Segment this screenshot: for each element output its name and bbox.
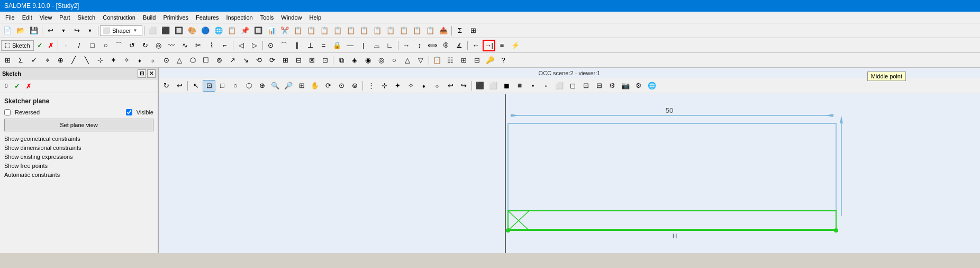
tb-btn-6[interactable]: 🌐 bbox=[212, 25, 225, 37]
menu-help[interactable]: Help bbox=[306, 13, 324, 22]
sk-equal-btn[interactable]: = bbox=[317, 40, 330, 51]
menu-build[interactable]: Build bbox=[140, 13, 159, 22]
vp-reset-btn[interactable]: ⊙ bbox=[335, 80, 348, 92]
set-plane-btn[interactable]: Set plane view bbox=[4, 119, 153, 131]
tr3-b27[interactable]: ◈ bbox=[348, 55, 361, 66]
sk-equal2-btn[interactable]: ≡ bbox=[496, 40, 509, 51]
tr3-b12[interactable]: ⬦ bbox=[147, 55, 159, 66]
sk-circle-btn[interactable]: ○ bbox=[99, 40, 112, 51]
sk-arc2-btn[interactable]: ↺ bbox=[126, 40, 139, 51]
panel-restore-btn[interactable]: ⊡ bbox=[138, 69, 146, 78]
tr3-b34[interactable]: ☷ bbox=[444, 55, 457, 66]
tr3-b25[interactable]: ⊡ bbox=[319, 55, 331, 66]
tb-btn-11[interactable]: ✂️ bbox=[278, 25, 291, 37]
reversed-checkbox[interactable] bbox=[4, 109, 11, 115]
sk-midpoint-btn[interactable]: →| Middle point bbox=[483, 40, 495, 51]
tb-btn-1[interactable]: ⬜ bbox=[146, 25, 159, 37]
tb-btn-8[interactable]: 📌 bbox=[239, 25, 251, 37]
sk-rigid-btn[interactable]: 🔒 bbox=[331, 40, 343, 51]
sk-spline2-btn[interactable]: ∿ bbox=[179, 40, 192, 51]
sk-split-btn[interactable]: ⌇ bbox=[205, 40, 218, 51]
tr3-b9[interactable]: ✦ bbox=[107, 55, 120, 66]
sk-move-btn[interactable]: ↔ bbox=[469, 40, 482, 51]
vp-pan-btn[interactable]: ✋ bbox=[308, 80, 321, 92]
option-dim-constraints[interactable]: Show dimensional constraints bbox=[4, 145, 153, 151]
tr3-b3[interactable]: ✓ bbox=[28, 55, 40, 66]
vp-snap6-btn[interactable]: ⬦ bbox=[431, 80, 443, 92]
sk-perp-btn[interactable]: ⊥ bbox=[304, 40, 317, 51]
vp-measure-btn[interactable]: ⊡ bbox=[579, 80, 592, 92]
vp-shade4-btn[interactable]: ▫ bbox=[540, 80, 552, 92]
tb-btn-10[interactable]: 📊 bbox=[265, 25, 278, 37]
tr3-b2[interactable]: Σ bbox=[14, 55, 27, 66]
sk-angle-btn[interactable]: ∟ bbox=[384, 40, 396, 51]
sk-radius-btn[interactable]: ® bbox=[440, 40, 452, 51]
panel-ok-btn[interactable]: ✓ bbox=[12, 81, 22, 92]
vp-zoomout-btn[interactable]: 🔎 bbox=[282, 80, 295, 92]
tb-btn-21[interactable]: 📋 bbox=[411, 25, 423, 37]
vp-shade2-btn[interactable]: ◾ bbox=[513, 80, 526, 92]
tb-btn-14[interactable]: 📋 bbox=[318, 25, 331, 37]
tr3-b28[interactable]: ◉ bbox=[361, 55, 374, 66]
tr3-b31[interactable]: △ bbox=[401, 55, 414, 66]
redo-arrow[interactable]: ▼ bbox=[84, 25, 96, 37]
sketch-cancel-btn[interactable]: ✗ bbox=[46, 40, 56, 51]
visible-checkbox[interactable] bbox=[126, 109, 132, 115]
vp-clipping-btn[interactable]: ⊟ bbox=[593, 80, 605, 92]
tr3-b38[interactable]: ? bbox=[497, 55, 510, 66]
sk-arc3-btn[interactable]: ↻ bbox=[139, 40, 152, 51]
sk-horiz-btn[interactable]: — bbox=[344, 40, 357, 51]
sk-vert-btn[interactable]: | bbox=[357, 40, 370, 51]
tb-btn-3[interactable]: 🔲 bbox=[173, 25, 185, 37]
tr3-b35[interactable]: ⊞ bbox=[457, 55, 470, 66]
tr3-b15[interactable]: ⬡ bbox=[186, 55, 199, 66]
sk-collinear-btn[interactable]: ⌒ bbox=[278, 40, 291, 51]
tb-btn-20[interactable]: 📋 bbox=[397, 25, 410, 37]
sk-ellipse-btn[interactable]: ◎ bbox=[152, 40, 165, 51]
vp-rect-btn[interactable]: □ bbox=[216, 80, 229, 92]
tb-btn-4[interactable]: 🎨 bbox=[186, 25, 198, 37]
tr3-b26[interactable]: ⧉ bbox=[335, 55, 348, 66]
vp-settings-btn[interactable]: ⚙ bbox=[632, 80, 645, 92]
tb-btn-7[interactable]: 📋 bbox=[225, 25, 238, 37]
sk-coincident-btn[interactable]: ⊙ bbox=[265, 40, 277, 51]
menu-tools[interactable]: Tools bbox=[257, 13, 277, 22]
menu-window[interactable]: Window bbox=[278, 13, 305, 22]
tb-btn-23[interactable]: 📤 bbox=[437, 25, 450, 37]
tr3-b4[interactable]: ⌖ bbox=[41, 55, 53, 66]
tr3-b17[interactable]: ⊚ bbox=[213, 55, 225, 66]
tb-sigma[interactable]: Σ bbox=[453, 25, 466, 37]
tr3-b14[interactable]: △ bbox=[173, 55, 186, 66]
menu-features[interactable]: Features bbox=[193, 13, 222, 22]
tb-btn-15[interactable]: 📋 bbox=[331, 25, 344, 37]
vp-snap-btn[interactable]: ⋮ bbox=[365, 80, 377, 92]
panel-cancel-btn[interactable]: ✗ bbox=[23, 81, 34, 92]
tr3-b36[interactable]: ⊟ bbox=[470, 55, 483, 66]
menu-view[interactable]: View bbox=[37, 13, 56, 22]
option-geom-constraints[interactable]: Show geometrical constraints bbox=[4, 136, 153, 142]
option-free-points[interactable]: Show free points bbox=[4, 163, 153, 169]
sk-rect-btn[interactable]: □ bbox=[86, 40, 99, 51]
sk-point-btn[interactable]: · bbox=[60, 40, 72, 51]
tr3-b30[interactable]: ○ bbox=[388, 55, 401, 66]
tr3-b5[interactable]: ⊕ bbox=[54, 55, 67, 66]
module-dropdown[interactable]: ⬜ Shaper ▼ bbox=[100, 25, 142, 36]
vp-wire-btn[interactable]: ⬜ bbox=[487, 80, 500, 92]
vp-shade-btn[interactable]: ◼ bbox=[500, 80, 513, 92]
vp-orient-btn[interactable]: ⊚ bbox=[348, 80, 361, 92]
tr3-b10[interactable]: ✧ bbox=[120, 55, 133, 66]
sk-tangent-btn[interactable]: ⌓ bbox=[370, 40, 383, 51]
vp-snap3-btn[interactable]: ✦ bbox=[391, 80, 404, 92]
sk-line-btn[interactable]: / bbox=[73, 40, 86, 51]
tr3-b18[interactable]: ↗ bbox=[226, 55, 239, 66]
tr3-b29[interactable]: ◎ bbox=[375, 55, 387, 66]
vp-shade5-btn[interactable]: ⬜ bbox=[553, 80, 566, 92]
tr3-b23[interactable]: ⊟ bbox=[292, 55, 305, 66]
vp-fit-btn[interactable]: ⊕ bbox=[256, 80, 268, 92]
sk-spline-btn[interactable]: 〰 bbox=[166, 40, 178, 51]
vp-globe-btn[interactable]: 🌐 bbox=[646, 80, 658, 92]
tb-btn-12[interactable]: 📋 bbox=[292, 25, 304, 37]
menu-file[interactable]: File bbox=[2, 13, 18, 22]
sk-vertdist-btn[interactable]: ↕ bbox=[413, 40, 426, 51]
vp-snap5-btn[interactable]: ⬧ bbox=[418, 80, 430, 92]
